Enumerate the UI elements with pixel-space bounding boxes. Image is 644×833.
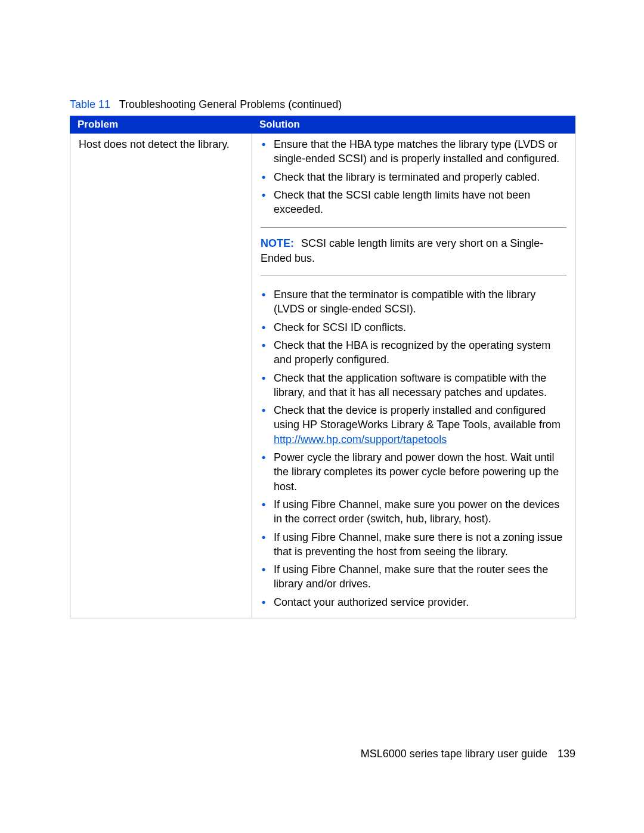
note-label: NOTE: (261, 237, 294, 249)
header-solution: Solution (252, 116, 575, 134)
list-item: If using Fibre Channel, make sure you po… (274, 497, 566, 527)
troubleshooting-table: Problem Solution Host does not detect th… (70, 116, 575, 618)
note-text: SCSI cable length limits are very short … (261, 237, 543, 264)
bullet-list-2: Ensure that the terminator is compatible… (261, 287, 566, 609)
list-item: If using Fibre Channel, make sure that t… (274, 562, 566, 592)
list-item: Ensure that the HBA type matches the lib… (274, 137, 566, 166)
header-problem: Problem (70, 116, 252, 134)
list-item: Power cycle the library and power down t… (274, 450, 566, 494)
table-caption: Table 11 Troubleshooting General Problem… (70, 98, 575, 111)
list-item: Check that the SCSI cable length limits … (274, 188, 566, 217)
list-item: Ensure that the terminator is compatible… (274, 287, 566, 317)
footer-title: MSL6000 series tape library user guide (361, 748, 547, 760)
note-box: NOTE:SCSI cable length limits are very s… (261, 227, 566, 275)
list-item: Check that the application software is c… (274, 371, 566, 400)
list-item: Check that the device is properly instal… (274, 403, 566, 447)
list-item: Check that the HBA is recognized by the … (274, 338, 566, 367)
list-item: Check that the library is terminated and… (274, 170, 566, 184)
list-item-text: Check that the device is properly instal… (274, 404, 561, 431)
table-title: Troubleshooting General Problems (contin… (119, 98, 342, 110)
table-row: Host does not detect the library. Ensure… (70, 134, 575, 618)
page-number: 139 (558, 748, 575, 760)
bullet-list-1: Ensure that the HBA type matches the lib… (261, 137, 566, 216)
table-number: Table 11 (70, 98, 110, 110)
page-footer: MSL6000 series tape library user guide 1… (361, 748, 575, 760)
list-item: Check for SCSI ID conflicts. (274, 320, 566, 335)
solution-cell: Ensure that the HBA type matches the lib… (252, 134, 575, 618)
list-item: If using Fibre Channel, make sure there … (274, 530, 566, 559)
list-item: Contact your authorized service provider… (274, 595, 566, 609)
problem-cell: Host does not detect the library. (70, 134, 252, 618)
tapetools-link[interactable]: http://www.hp.com/support/tapetools (274, 433, 447, 445)
